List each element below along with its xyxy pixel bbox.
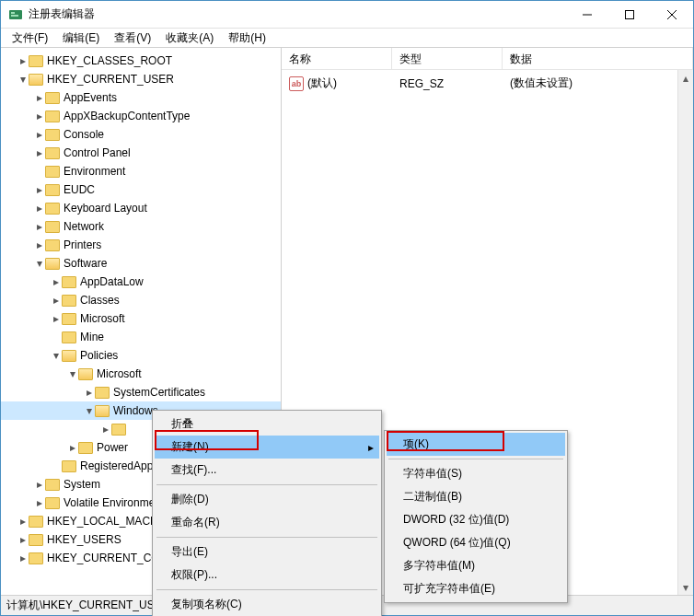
chevron-right-icon[interactable]: ▸ — [17, 55, 29, 66]
tree-item[interactable]: ▸Printers — [1, 236, 281, 254]
tree-item[interactable]: ▸AppXBackupContentType — [1, 107, 281, 125]
svg-rect-1 — [11, 12, 15, 14]
menu-new-binary[interactable]: 二进制值(B) — [387, 485, 565, 508]
string-value-icon: ab — [289, 76, 304, 91]
tree-item[interactable]: ▸Network — [1, 217, 281, 236]
separator — [388, 459, 563, 459]
menu-favorites[interactable]: 收藏夹(A) — [158, 29, 221, 48]
menu-new[interactable]: 新建(N)▸ — [155, 436, 379, 459]
scroll-down-icon[interactable]: ▾ — [678, 579, 693, 595]
menu-new-multi[interactable]: 多字符串值(M) — [387, 554, 565, 577]
menu-export[interactable]: 导出(E) — [155, 540, 379, 564]
tree-item[interactable]: ▸EUDC — [1, 180, 281, 199]
chevron-down-icon[interactable]: ▾ — [17, 74, 29, 85]
menubar: 文件(F) 编辑(E) 查看(V) 收藏夹(A) 帮助(H) — [1, 29, 693, 47]
tree-item-microsoft[interactable]: ▾Microsoft — [1, 365, 281, 383]
svg-rect-4 — [626, 10, 634, 18]
menu-edit[interactable]: 编辑(E) — [55, 29, 107, 48]
list-header: 名称 类型 数据 — [282, 48, 693, 70]
col-name[interactable]: 名称 — [282, 48, 392, 69]
menu-new-string[interactable]: 字符串值(S) — [387, 462, 565, 485]
tree-item[interactable]: ▸Microsoft — [1, 309, 281, 328]
menu-new-key[interactable]: 项(K) — [387, 433, 565, 456]
context-menu-new: 项(K) 字符串值(S) 二进制值(B) DWORD (32 位)值(D) QW… — [384, 430, 568, 603]
minimize-button[interactable] — [566, 1, 608, 29]
value-data: (数值未设置) — [503, 74, 693, 93]
chevron-down-icon[interactable]: ▾ — [51, 350, 62, 361]
menu-copykey[interactable]: 复制项名称(C) — [155, 593, 379, 616]
value-type: REG_SZ — [392, 74, 503, 93]
tree-item-hkcu[interactable]: ▾HKEY_CURRENT_USER — [1, 70, 281, 88]
svg-rect-2 — [11, 15, 18, 17]
context-menu-main: 折叠 新建(N)▸ 查找(F)... 删除(D) 重命名(R) 导出(E) 权限… — [152, 410, 382, 616]
chevron-down-icon[interactable]: ▾ — [67, 368, 78, 379]
menu-help[interactable]: 帮助(H) — [221, 29, 273, 48]
submenu-arrow-icon: ▸ — [368, 441, 374, 454]
separator — [156, 589, 377, 590]
separator — [156, 537, 377, 538]
menu-delete[interactable]: 删除(D) — [155, 488, 379, 511]
tree-item[interactable]: ▸AppEvents — [1, 88, 281, 107]
tree-item-policies[interactable]: ▾Policies — [1, 346, 281, 365]
menu-view[interactable]: 查看(V) — [107, 29, 158, 48]
menu-collapse[interactable]: 折叠 — [155, 413, 379, 436]
col-data[interactable]: 数据 — [503, 48, 693, 69]
chevron-down-icon[interactable]: ▾ — [34, 258, 45, 269]
menu-rename[interactable]: 重命名(R) — [155, 511, 379, 534]
value-name: (默认) — [307, 76, 337, 91]
maximize-button[interactable] — [608, 1, 651, 29]
tree-item[interactable]: ▸AppDataLow — [1, 273, 281, 291]
separator — [156, 484, 377, 485]
tree-item[interactable]: ▸Environment — [1, 162, 281, 180]
scrollbar[interactable]: ▴ ▾ — [677, 70, 693, 595]
list-row[interactable]: ab(默认) REG_SZ (数值未设置) — [282, 70, 693, 93]
menu-new-qword[interactable]: QWORD (64 位)值(Q) — [387, 531, 565, 554]
menu-permissions[interactable]: 权限(P)... — [155, 564, 379, 587]
tree-item[interactable]: ▸Keyboard Layout — [1, 199, 281, 217]
tree-item[interactable]: ▸Mine — [1, 328, 281, 346]
close-button[interactable] — [651, 1, 693, 29]
window-title: 注册表编辑器 — [29, 6, 566, 22]
tree-item-hkcr[interactable]: ▸HKEY_CLASSES_ROOT — [1, 52, 281, 70]
tree-item[interactable]: ▸SystemCertificates — [1, 383, 281, 401]
menu-new-dword[interactable]: DWORD (32 位)值(D) — [387, 508, 565, 531]
app-icon — [8, 7, 23, 22]
menu-new-expand[interactable]: 可扩充字符串值(E) — [387, 577, 565, 600]
chevron-down-icon[interactable]: ▾ — [84, 405, 95, 416]
titlebar: 注册表编辑器 — [1, 1, 693, 29]
tree-item[interactable]: ▸Console — [1, 125, 281, 144]
menu-find[interactable]: 查找(F)... — [155, 459, 379, 482]
tree-item[interactable]: ▸Classes — [1, 291, 281, 309]
scroll-up-icon[interactable]: ▴ — [678, 70, 693, 86]
menu-file[interactable]: 文件(F) — [5, 29, 55, 48]
tree-item[interactable]: ▸Control Panel — [1, 144, 281, 162]
col-type[interactable]: 类型 — [392, 48, 503, 69]
tree-item-software[interactable]: ▾Software — [1, 254, 281, 273]
